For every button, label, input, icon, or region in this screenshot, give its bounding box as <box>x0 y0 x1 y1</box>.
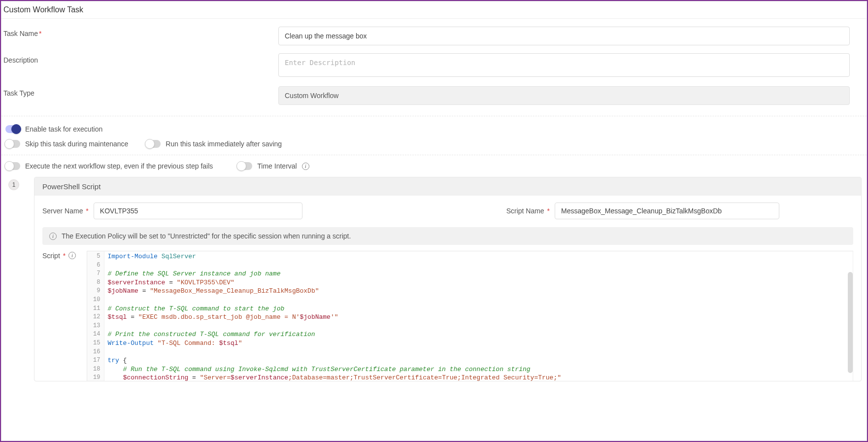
server-name-label: Server Name * <box>42 207 89 215</box>
page-title: Custom Workflow Task <box>1 1 867 18</box>
script-name-label: Script Name * <box>506 207 550 215</box>
scrollbar-track[interactable] <box>847 251 853 381</box>
description-textarea[interactable] <box>278 53 850 77</box>
code-content[interactable]: Import-Module SqlServer # Define the SQL… <box>104 251 853 381</box>
server-name-input[interactable] <box>94 203 302 219</box>
skip-maintenance-label: Skip this task during maintenance <box>25 140 128 148</box>
enable-task-toggle[interactable] <box>5 125 20 133</box>
task-type-value: Custom Workflow <box>278 86 850 105</box>
skip-maintenance-toggle[interactable] <box>5 140 20 148</box>
time-interval-label: Time Interval <box>257 162 297 170</box>
time-interval-toggle[interactable] <box>237 162 252 170</box>
script-code-editor[interactable]: 5 6 7 8 9 10 11 12 13 14 15 16 17 18 19 … <box>87 251 853 381</box>
scrollbar-thumb[interactable] <box>848 272 853 373</box>
info-icon[interactable]: i <box>68 252 76 259</box>
description-label: Description <box>3 53 278 64</box>
execute-next-label: Execute the next workflow step, even if … <box>25 162 213 170</box>
task-type-label: Task Type <box>3 86 278 97</box>
task-name-input[interactable] <box>278 27 850 45</box>
script-name-input[interactable] <box>555 203 779 219</box>
run-immediately-label: Run this task immediately after saving <box>166 140 282 148</box>
info-icon: i <box>49 233 57 240</box>
execution-policy-notice: i The Execution Policy will be set to "U… <box>42 227 853 245</box>
info-icon[interactable]: i <box>302 163 309 170</box>
enable-task-label: Enable task for execution <box>25 125 102 133</box>
code-gutter: 5 6 7 8 9 10 11 12 13 14 15 16 17 18 19 <box>87 251 104 381</box>
step-number-badge: 1 <box>8 179 19 190</box>
execute-next-toggle[interactable] <box>5 162 20 170</box>
script-label: Script * <box>42 252 66 260</box>
step-header: PowerShell Script <box>34 177 861 196</box>
run-immediately-toggle[interactable] <box>146 140 161 148</box>
task-name-label: Task Name* <box>3 27 278 37</box>
